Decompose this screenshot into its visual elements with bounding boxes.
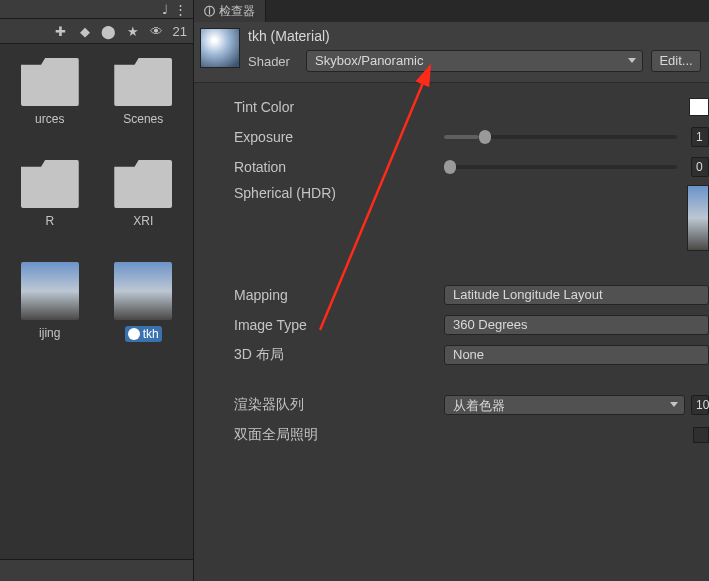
prop-rotation: Rotation 0	[234, 155, 709, 179]
mapping-dropdown[interactable]: Latitude Longitude Layout	[444, 285, 709, 305]
prop-label: 双面全局照明	[234, 426, 444, 444]
prop-label: Tint Color	[234, 99, 444, 115]
exposure-slider[interactable]	[444, 135, 677, 139]
asset-label: ijing	[39, 326, 60, 340]
texture-slot[interactable]	[687, 185, 709, 251]
exposure-value[interactable]: 1	[691, 127, 709, 147]
rotation-slider[interactable]	[444, 165, 677, 169]
asset-label: urces	[35, 112, 64, 126]
add-icon[interactable]: ✚	[53, 24, 69, 39]
folder-icon	[21, 58, 79, 106]
hidden-icon[interactable]: 👁	[149, 24, 165, 39]
prop-spherical: Spherical (HDR)	[234, 185, 709, 257]
prop-render-queue: 渲染器队列 从着色器 10	[234, 393, 709, 417]
material-preview[interactable]	[200, 28, 240, 68]
asset-label: Scenes	[123, 112, 163, 126]
tab-bar: ⓘ 检查器	[194, 0, 709, 22]
material-properties: Tint Color Exposure 1 Rotation	[194, 83, 709, 447]
render-queue-dropdown[interactable]: 从着色器	[444, 395, 685, 415]
render-queue-value[interactable]: 10	[691, 395, 709, 415]
asset-label-selected: tkh	[125, 326, 162, 342]
layout3d-dropdown[interactable]: None	[444, 345, 709, 365]
rotation-value[interactable]: 0	[691, 157, 709, 177]
star-icon[interactable]: ★	[125, 24, 141, 39]
shader-label: Shader	[248, 54, 298, 69]
asset-material-tkh[interactable]: tkh	[102, 262, 186, 352]
menu-icon[interactable]: ⋮	[174, 2, 187, 17]
material-title: tkh (Material)	[248, 28, 701, 44]
prop-tint: Tint Color	[234, 95, 709, 119]
folder-xri[interactable]: XRI	[102, 160, 186, 250]
folder-icon	[114, 58, 172, 106]
asset-label: R	[45, 214, 54, 228]
info-icon: ⓘ	[204, 4, 215, 19]
prop-label: Spherical (HDR)	[234, 185, 444, 201]
material-header: tkh (Material) Shader Skybox/Panoramic E…	[194, 22, 709, 83]
prop-label: Mapping	[234, 287, 444, 303]
tag-icon[interactable]: ◆	[77, 24, 93, 39]
prop-mapping: Mapping Latitude Longitude Layout	[234, 283, 709, 307]
edit-button[interactable]: Edit...	[651, 50, 701, 72]
left-toolbar: ✚ ◆ ⬤ ★ 👁 21	[0, 18, 193, 44]
asset-image-ijing[interactable]: ijing	[8, 262, 92, 352]
warning-icon[interactable]: ⬤	[101, 24, 117, 39]
material-icon	[128, 328, 140, 340]
asset-label: tkh	[143, 327, 159, 341]
asset-label: XRI	[133, 214, 153, 228]
folder-scenes[interactable]: Scenes	[102, 58, 186, 148]
material-thumb	[114, 262, 172, 320]
prop-label: 渲染器队列	[234, 396, 444, 414]
prop-label: Rotation	[234, 159, 444, 175]
folder-resources[interactable]: urces	[8, 58, 92, 148]
image-type-dropdown[interactable]: 360 Degrees	[444, 315, 709, 335]
asset-grid: urces Scenes R XRI ijing	[0, 44, 193, 559]
chevron-down-icon	[670, 402, 678, 407]
image-thumb	[21, 262, 79, 320]
prop-double-sided-gi: 双面全局照明	[234, 423, 709, 447]
folder-icon	[114, 160, 172, 208]
inspector-panel: ⓘ 检查器 tkh (Material) Shader Skybox/Panor…	[194, 0, 709, 581]
shader-dropdown[interactable]: Skybox/Panoramic	[306, 50, 643, 72]
layout-icon[interactable]: ♩	[162, 2, 168, 17]
prop-exposure: Exposure 1	[234, 125, 709, 149]
folder-r[interactable]: R	[8, 160, 92, 250]
project-panel: ♩ ⋮ ✚ ◆ ⬤ ★ 👁 21 urces Scenes R	[0, 0, 194, 581]
prop-label: 3D 布局	[234, 346, 444, 364]
color-swatch[interactable]	[689, 98, 709, 116]
tab-label: 检查器	[219, 3, 255, 20]
tab-inspector[interactable]: ⓘ 检查器	[194, 0, 266, 22]
chevron-down-icon	[628, 58, 636, 63]
prop-image-type: Image Type 360 Degrees	[234, 313, 709, 337]
hidden-count: 21	[173, 24, 187, 39]
prop-label: Exposure	[234, 129, 444, 145]
gi-checkbox[interactable]	[693, 427, 709, 443]
prop-3d-layout: 3D 布局 None	[234, 343, 709, 367]
folder-icon	[21, 160, 79, 208]
prop-label: Image Type	[234, 317, 444, 333]
left-panel-header: ♩ ⋮	[0, 0, 193, 18]
status-bar	[0, 559, 193, 581]
